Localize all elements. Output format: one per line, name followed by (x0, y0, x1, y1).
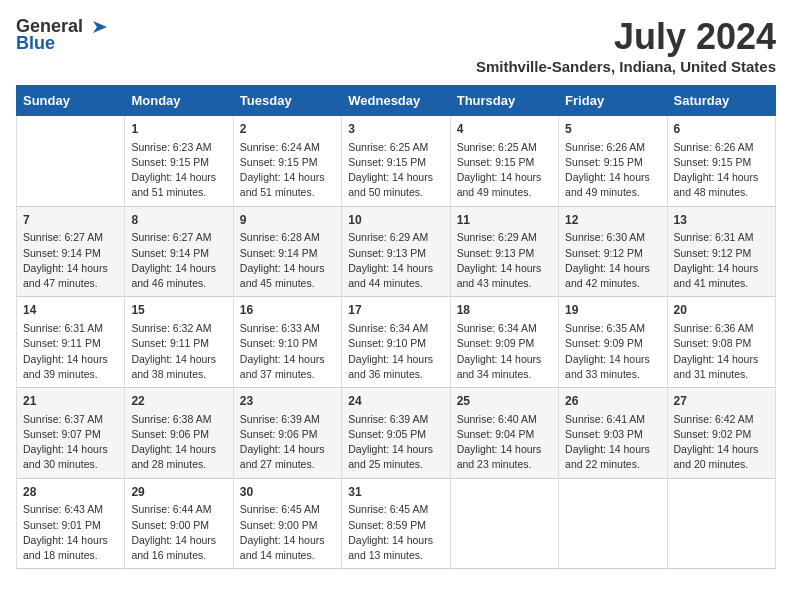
calendar-cell: 24Sunrise: 6:39 AM Sunset: 9:05 PM Dayli… (342, 388, 450, 479)
cell-content: Sunrise: 6:26 AM Sunset: 9:15 PM Dayligh… (565, 140, 660, 201)
logo: General Blue (16, 16, 107, 54)
calendar-header-friday: Friday (559, 86, 667, 116)
calendar-cell: 13Sunrise: 6:31 AM Sunset: 9:12 PM Dayli… (667, 206, 775, 297)
page-subtitle: Smithville-Sanders, Indiana, United Stat… (476, 58, 776, 75)
calendar-cell: 17Sunrise: 6:34 AM Sunset: 9:10 PM Dayli… (342, 297, 450, 388)
day-number: 11 (457, 212, 552, 229)
calendar-cell: 26Sunrise: 6:41 AM Sunset: 9:03 PM Dayli… (559, 388, 667, 479)
calendar-header-saturday: Saturday (667, 86, 775, 116)
cell-content: Sunrise: 6:37 AM Sunset: 9:07 PM Dayligh… (23, 412, 118, 473)
day-number: 22 (131, 393, 226, 410)
day-number: 29 (131, 484, 226, 501)
calendar-cell: 22Sunrise: 6:38 AM Sunset: 9:06 PM Dayli… (125, 388, 233, 479)
calendar-cell: 1Sunrise: 6:23 AM Sunset: 9:15 PM Daylig… (125, 116, 233, 207)
calendar-cell: 20Sunrise: 6:36 AM Sunset: 9:08 PM Dayli… (667, 297, 775, 388)
day-number: 15 (131, 302, 226, 319)
cell-content: Sunrise: 6:40 AM Sunset: 9:04 PM Dayligh… (457, 412, 552, 473)
calendar-cell: 30Sunrise: 6:45 AM Sunset: 9:00 PM Dayli… (233, 478, 341, 569)
calendar-cell: 14Sunrise: 6:31 AM Sunset: 9:11 PM Dayli… (17, 297, 125, 388)
cell-content: Sunrise: 6:33 AM Sunset: 9:10 PM Dayligh… (240, 321, 335, 382)
calendar-cell: 5Sunrise: 6:26 AM Sunset: 9:15 PM Daylig… (559, 116, 667, 207)
calendar-cell: 11Sunrise: 6:29 AM Sunset: 9:13 PM Dayli… (450, 206, 558, 297)
day-number: 24 (348, 393, 443, 410)
svg-marker-0 (93, 21, 107, 33)
cell-content: Sunrise: 6:42 AM Sunset: 9:02 PM Dayligh… (674, 412, 769, 473)
day-number: 30 (240, 484, 335, 501)
calendar-cell: 23Sunrise: 6:39 AM Sunset: 9:06 PM Dayli… (233, 388, 341, 479)
cell-content: Sunrise: 6:23 AM Sunset: 9:15 PM Dayligh… (131, 140, 226, 201)
day-number: 4 (457, 121, 552, 138)
calendar-cell (450, 478, 558, 569)
cell-content: Sunrise: 6:45 AM Sunset: 8:59 PM Dayligh… (348, 502, 443, 563)
day-number: 27 (674, 393, 769, 410)
cell-content: Sunrise: 6:25 AM Sunset: 9:15 PM Dayligh… (348, 140, 443, 201)
cell-content: Sunrise: 6:39 AM Sunset: 9:06 PM Dayligh… (240, 412, 335, 473)
calendar-header-row: SundayMondayTuesdayWednesdayThursdayFrid… (17, 86, 776, 116)
day-number: 10 (348, 212, 443, 229)
cell-content: Sunrise: 6:26 AM Sunset: 9:15 PM Dayligh… (674, 140, 769, 201)
cell-content: Sunrise: 6:31 AM Sunset: 9:12 PM Dayligh… (674, 230, 769, 291)
calendar-cell: 25Sunrise: 6:40 AM Sunset: 9:04 PM Dayli… (450, 388, 558, 479)
day-number: 13 (674, 212, 769, 229)
day-number: 6 (674, 121, 769, 138)
day-number: 17 (348, 302, 443, 319)
cell-content: Sunrise: 6:44 AM Sunset: 9:00 PM Dayligh… (131, 502, 226, 563)
cell-content: Sunrise: 6:27 AM Sunset: 9:14 PM Dayligh… (131, 230, 226, 291)
calendar-week-row: 1Sunrise: 6:23 AM Sunset: 9:15 PM Daylig… (17, 116, 776, 207)
calendar-cell: 21Sunrise: 6:37 AM Sunset: 9:07 PM Dayli… (17, 388, 125, 479)
day-number: 25 (457, 393, 552, 410)
cell-content: Sunrise: 6:29 AM Sunset: 9:13 PM Dayligh… (457, 230, 552, 291)
cell-content: Sunrise: 6:39 AM Sunset: 9:05 PM Dayligh… (348, 412, 443, 473)
calendar-table: SundayMondayTuesdayWednesdayThursdayFrid… (16, 85, 776, 569)
calendar-cell: 9Sunrise: 6:28 AM Sunset: 9:14 PM Daylig… (233, 206, 341, 297)
day-number: 5 (565, 121, 660, 138)
calendar-cell: 18Sunrise: 6:34 AM Sunset: 9:09 PM Dayli… (450, 297, 558, 388)
calendar-header-sunday: Sunday (17, 86, 125, 116)
cell-content: Sunrise: 6:34 AM Sunset: 9:09 PM Dayligh… (457, 321, 552, 382)
calendar-cell (667, 478, 775, 569)
cell-content: Sunrise: 6:35 AM Sunset: 9:09 PM Dayligh… (565, 321, 660, 382)
calendar-cell: 7Sunrise: 6:27 AM Sunset: 9:14 PM Daylig… (17, 206, 125, 297)
calendar-cell: 19Sunrise: 6:35 AM Sunset: 9:09 PM Dayli… (559, 297, 667, 388)
calendar-cell (559, 478, 667, 569)
calendar-cell: 16Sunrise: 6:33 AM Sunset: 9:10 PM Dayli… (233, 297, 341, 388)
day-number: 2 (240, 121, 335, 138)
day-number: 9 (240, 212, 335, 229)
cell-content: Sunrise: 6:45 AM Sunset: 9:00 PM Dayligh… (240, 502, 335, 563)
calendar-cell: 2Sunrise: 6:24 AM Sunset: 9:15 PM Daylig… (233, 116, 341, 207)
calendar-header-thursday: Thursday (450, 86, 558, 116)
calendar-header-tuesday: Tuesday (233, 86, 341, 116)
calendar-cell: 3Sunrise: 6:25 AM Sunset: 9:15 PM Daylig… (342, 116, 450, 207)
day-number: 1 (131, 121, 226, 138)
day-number: 14 (23, 302, 118, 319)
day-number: 26 (565, 393, 660, 410)
calendar-cell: 6Sunrise: 6:26 AM Sunset: 9:15 PM Daylig… (667, 116, 775, 207)
calendar-cell: 28Sunrise: 6:43 AM Sunset: 9:01 PM Dayli… (17, 478, 125, 569)
calendar-week-row: 7Sunrise: 6:27 AM Sunset: 9:14 PM Daylig… (17, 206, 776, 297)
cell-content: Sunrise: 6:32 AM Sunset: 9:11 PM Dayligh… (131, 321, 226, 382)
day-number: 31 (348, 484, 443, 501)
cell-content: Sunrise: 6:24 AM Sunset: 9:15 PM Dayligh… (240, 140, 335, 201)
day-number: 28 (23, 484, 118, 501)
cell-content: Sunrise: 6:28 AM Sunset: 9:14 PM Dayligh… (240, 230, 335, 291)
calendar-cell: 12Sunrise: 6:30 AM Sunset: 9:12 PM Dayli… (559, 206, 667, 297)
calendar-header-wednesday: Wednesday (342, 86, 450, 116)
cell-content: Sunrise: 6:41 AM Sunset: 9:03 PM Dayligh… (565, 412, 660, 473)
calendar-cell: 10Sunrise: 6:29 AM Sunset: 9:13 PM Dayli… (342, 206, 450, 297)
logo-blue-text: Blue (16, 33, 55, 54)
day-number: 23 (240, 393, 335, 410)
logo-bird-icon (85, 19, 107, 35)
calendar-cell: 31Sunrise: 6:45 AM Sunset: 8:59 PM Dayli… (342, 478, 450, 569)
calendar-cell: 15Sunrise: 6:32 AM Sunset: 9:11 PM Dayli… (125, 297, 233, 388)
calendar-week-row: 28Sunrise: 6:43 AM Sunset: 9:01 PM Dayli… (17, 478, 776, 569)
cell-content: Sunrise: 6:36 AM Sunset: 9:08 PM Dayligh… (674, 321, 769, 382)
day-number: 19 (565, 302, 660, 319)
day-number: 7 (23, 212, 118, 229)
page-title: July 2024 (476, 16, 776, 58)
calendar-cell: 27Sunrise: 6:42 AM Sunset: 9:02 PM Dayli… (667, 388, 775, 479)
calendar-week-row: 21Sunrise: 6:37 AM Sunset: 9:07 PM Dayli… (17, 388, 776, 479)
calendar-cell: 4Sunrise: 6:25 AM Sunset: 9:15 PM Daylig… (450, 116, 558, 207)
title-area: July 2024 Smithville-Sanders, Indiana, U… (476, 16, 776, 75)
calendar-header-monday: Monday (125, 86, 233, 116)
cell-content: Sunrise: 6:43 AM Sunset: 9:01 PM Dayligh… (23, 502, 118, 563)
